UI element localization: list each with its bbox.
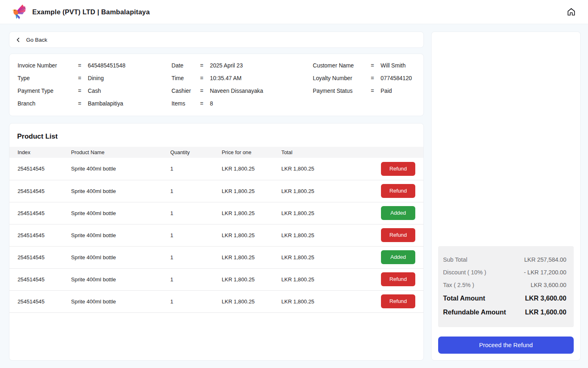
invoice-column-1: Invoice Number = 645485451548 Type = Din… (18, 59, 172, 110)
invoice-field-type: Type = Dining (18, 72, 172, 85)
added-button[interactable]: Added (381, 250, 415, 264)
product-list-card: Product List Index Product Name Quantity… (9, 123, 424, 361)
table-row: 254514545 Sprite 400ml bottle 1 LKR 1,80… (9, 202, 423, 224)
invoice-field-customer-name: Customer Name = Will Smith (313, 59, 415, 72)
invoice-field-loyalty-number: Loyalty Number = 0774584120 (313, 72, 415, 85)
column-header-product-name: Product Name (71, 147, 170, 158)
summary-discount: Discount ( 10% ) - LKR 17,200.00 (443, 266, 566, 278)
table-row: 254514545 Sprite 400ml bottle 1 LKR 1,80… (9, 180, 423, 202)
column-header-price: Price for one (222, 147, 281, 158)
proceed-refund-button[interactable]: Proceed the Refund (438, 337, 574, 354)
phoenix-bird-logo (10, 4, 27, 20)
refund-button[interactable]: Refund (381, 272, 415, 286)
go-back-button[interactable]: Go Back (15, 37, 47, 43)
go-back-card: Go Back (9, 31, 424, 48)
table-row: 254514545 Sprite 400ml bottle 1 LKR 1,80… (9, 158, 423, 180)
table-header-row: Index Product Name Quantity Price for on… (9, 147, 423, 158)
table-row: 254514545 Sprite 400ml bottle 1 LKR 1,80… (9, 268, 423, 290)
summary-sub-total: Sub Total LKR 257,584.00 (443, 253, 566, 266)
invoice-field-time: Time = 10:35.47 AM (172, 72, 313, 85)
invoice-field-payment-status: Payment Status = Paid (313, 85, 415, 97)
invoice-field-payment-type: Payment Type = Cash (18, 85, 172, 97)
added-button[interactable]: Added (381, 206, 415, 220)
summary-total-amount: Total Amount LKR 3,600.00 (443, 291, 566, 305)
table-row: 254514545 Sprite 400ml bottle 1 LKR 1,80… (9, 224, 423, 246)
invoice-details-card: Invoice Number = 645485451548 Type = Din… (9, 54, 424, 116)
table-row: 254514545 Sprite 400ml bottle 1 LKR 1,80… (9, 290, 423, 312)
invoice-field-cashier: Cashier = Naveen Dissanayaka (172, 85, 313, 97)
summary-tax: Tax ( 2.5% ) LKR 3,600.00 (443, 278, 566, 291)
invoice-field-date: Date = 2025 April 23 (172, 59, 313, 72)
invoice-column-3: Customer Name = Will Smith Loyalty Numbe… (313, 59, 415, 110)
product-list-title: Product List (9, 123, 423, 147)
column-header-index: Index (9, 147, 71, 158)
column-header-total: Total (281, 147, 377, 158)
invoice-column-2: Date = 2025 April 23 Time = 10:35.47 AM … (172, 59, 313, 110)
column-header-quantity: Quantity (170, 147, 222, 158)
top-bar: Example (PVT) LTD | Bambalapitaya (0, 0, 588, 24)
home-icon[interactable] (564, 5, 578, 19)
invoice-field-branch: Branch = Bambalapitiya (18, 97, 172, 110)
summary-refundable-amount: Refundable Amount LKR 1,600.00 (443, 305, 566, 319)
invoice-field-invoice-number: Invoice Number = 645485451548 (18, 59, 172, 72)
refund-button[interactable]: Refund (381, 294, 415, 308)
product-table: Index Product Name Quantity Price for on… (9, 147, 423, 313)
refund-button[interactable]: Refund (381, 184, 415, 198)
chevron-left-icon (15, 37, 21, 43)
invoice-field-items: Items = 8 (172, 97, 313, 110)
app-title: Example (PVT) LTD | Bambalapitaya (32, 8, 150, 16)
refund-button[interactable]: Refund (381, 162, 415, 176)
go-back-label: Go Back (26, 37, 47, 43)
refund-button[interactable]: Refund (381, 228, 415, 242)
refund-summary-card: Sub Total LKR 257,584.00 Discount ( 10% … (431, 31, 581, 361)
page-content: Go Back Invoice Number = 645485451548 Ty… (0, 24, 588, 361)
summary-box: Sub Total LKR 257,584.00 Discount ( 10% … (438, 246, 574, 327)
table-row: 254514545 Sprite 400ml bottle 1 LKR 1,80… (9, 246, 423, 268)
